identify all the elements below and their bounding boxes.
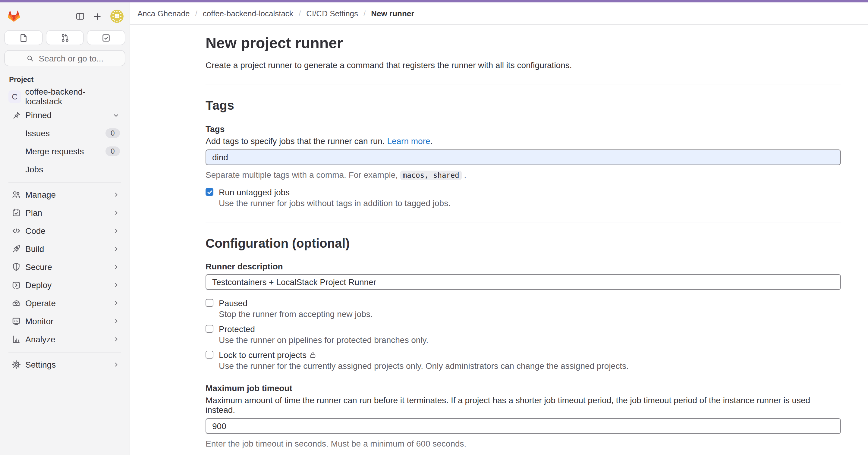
breadcrumb-namespace[interactable]: Anca Ghenade — [137, 9, 190, 18]
chevron-right-icon — [113, 318, 120, 325]
paused-group: Paused Stop the runner from accepting ne… — [206, 298, 841, 319]
sidebar-item-merge-requests[interactable]: Merge requests 0 — [2, 142, 127, 160]
lock-desc: Use the runner for the currently assigne… — [219, 361, 841, 370]
users-icon — [11, 190, 21, 199]
chart-icon — [11, 334, 21, 344]
max-timeout-hint: Enter the job timeout in seconds. Must b… — [206, 439, 841, 448]
sidebar-header — [0, 2, 130, 27]
runner-description-input[interactable] — [206, 274, 841, 290]
lock-group: Lock to current projects Use the runner … — [206, 350, 841, 370]
chevron-right-icon — [113, 263, 120, 270]
sidebar-item-jobs[interactable]: Jobs — [2, 160, 127, 178]
chevron-right-icon — [113, 336, 120, 343]
gear-icon — [11, 360, 21, 369]
protected-label[interactable]: Protected — [219, 324, 255, 334]
chevron-right-icon — [113, 209, 120, 216]
monitor-icon — [11, 316, 21, 326]
sidebar-project-item[interactable]: C coffee-backend-localstack — [2, 87, 127, 106]
tags-field-label: Tags — [206, 124, 841, 133]
sidebar: Search or go to... Project C coffee-back… — [0, 2, 130, 455]
sidebar-item-operate[interactable]: Operate — [2, 294, 127, 312]
section-divider — [206, 84, 841, 85]
deploy-icon — [11, 280, 21, 290]
paused-desc: Stop the runner from accepting new jobs. — [219, 309, 841, 319]
sidebar-item-pinned[interactable]: Pinned — [2, 106, 127, 124]
tags-help-text: Add tags to specify jobs that the runner… — [206, 136, 841, 145]
max-timeout-input[interactable] — [206, 418, 841, 434]
gitlab-new-runner-page: Search or go to... Project C coffee-back… — [0, 0, 868, 455]
todo-shortcut-button[interactable] — [87, 30, 125, 45]
section-divider — [206, 222, 841, 222]
plus-icon[interactable] — [91, 10, 103, 22]
sidebar-item-settings[interactable]: Settings — [2, 356, 127, 373]
sidebar-item-deploy[interactable]: Deploy — [2, 276, 127, 294]
shield-icon — [11, 262, 21, 272]
sidebar-item-monitor[interactable]: Monitor — [2, 312, 127, 330]
tags-section-heading: Tags — [206, 97, 841, 114]
merge-requests-count-badge: 0 — [105, 147, 120, 156]
paused-label[interactable]: Paused — [219, 298, 247, 308]
top-accent-bar — [0, 0, 868, 2]
page-title: New project runner — [206, 34, 841, 53]
page-intro: Create a project runner to generate a co… — [206, 61, 841, 70]
rocket-icon — [11, 244, 21, 254]
max-timeout-desc: Maximum amount of time the runner can ru… — [206, 395, 841, 415]
chevron-right-icon — [113, 299, 120, 307]
lock-label[interactable]: Lock to current projects — [219, 350, 316, 360]
main-content: New project runner Create a project runn… — [130, 25, 868, 455]
project-avatar: C — [8, 90, 21, 103]
runner-description-label: Runner description — [206, 262, 841, 271]
breadcrumb: Anca Ghenade / coffee-backend-localstack… — [130, 2, 868, 25]
project-name: coffee-backend-localstack — [25, 87, 121, 106]
sidebar-item-code[interactable]: Code — [2, 222, 127, 240]
toggle-sidebar-icon[interactable] — [74, 10, 86, 22]
lock-icon — [309, 351, 316, 359]
run-untagged-checkbox[interactable] — [206, 188, 213, 196]
lock-checkbox[interactable] — [206, 351, 213, 359]
tags-input[interactable] — [206, 149, 841, 165]
tags-hint: Separate multiple tags with a comma. For… — [206, 170, 841, 179]
chevron-right-icon — [113, 361, 120, 368]
gitlab-logo-icon[interactable] — [7, 10, 21, 23]
sidebar-shortcuts — [0, 27, 130, 45]
sidebar-item-build[interactable]: Build — [2, 240, 127, 258]
sidebar-section-label: Project — [0, 66, 130, 87]
sidebar-divider — [8, 182, 121, 183]
learn-more-link[interactable]: Learn more — [387, 136, 430, 145]
pin-icon — [11, 110, 21, 120]
chevron-right-icon — [113, 227, 120, 234]
merge-requests-shortcut-button[interactable] — [45, 30, 84, 45]
calendar-check-icon — [11, 208, 21, 218]
sidebar-item-analyze[interactable]: Analyze — [2, 330, 127, 348]
sidebar-item-manage[interactable]: Manage — [2, 186, 127, 204]
sidebar-divider — [8, 352, 121, 353]
paused-checkbox[interactable] — [206, 299, 213, 307]
issues-shortcut-button[interactable] — [4, 30, 42, 45]
chevron-down-icon — [112, 111, 120, 119]
chevron-right-icon — [113, 282, 120, 289]
breadcrumb-current: New runner — [371, 9, 414, 18]
sidebar-item-issues[interactable]: Issues 0 — [2, 124, 127, 142]
code-icon — [11, 226, 21, 236]
chevron-right-icon — [113, 245, 120, 253]
configuration-section-heading: Configuration (optional) — [206, 235, 841, 251]
protected-desc: Use the runner on pipelines for protecte… — [219, 335, 841, 345]
run-untagged-desc: Use the runner for jobs without tags in … — [219, 198, 841, 207]
search-input[interactable]: Search or go to... — [4, 50, 125, 66]
tags-example-code: macos, shared — [400, 170, 462, 180]
breadcrumb-project[interactable]: coffee-backend-localstack — [203, 9, 293, 18]
issues-count-badge: 0 — [105, 128, 120, 138]
search-placeholder: Search or go to... — [39, 53, 104, 63]
run-untagged-group: Run untagged jobs Use the runner for job… — [206, 187, 841, 207]
run-untagged-label[interactable]: Run untagged jobs — [219, 187, 290, 197]
protected-checkbox[interactable] — [206, 325, 213, 333]
sidebar-item-plan[interactable]: Plan — [2, 204, 127, 222]
chevron-right-icon — [113, 191, 120, 198]
cloud-pod-icon — [11, 298, 21, 308]
protected-group: Protected Use the runner on pipelines fo… — [206, 324, 841, 345]
sidebar-item-secure[interactable]: Secure — [2, 258, 127, 276]
user-avatar[interactable] — [110, 10, 124, 23]
max-timeout-label: Maximum job timeout — [206, 383, 841, 393]
breadcrumb-cicd-settings[interactable]: CI/CD Settings — [306, 9, 358, 18]
search-icon — [26, 54, 35, 62]
